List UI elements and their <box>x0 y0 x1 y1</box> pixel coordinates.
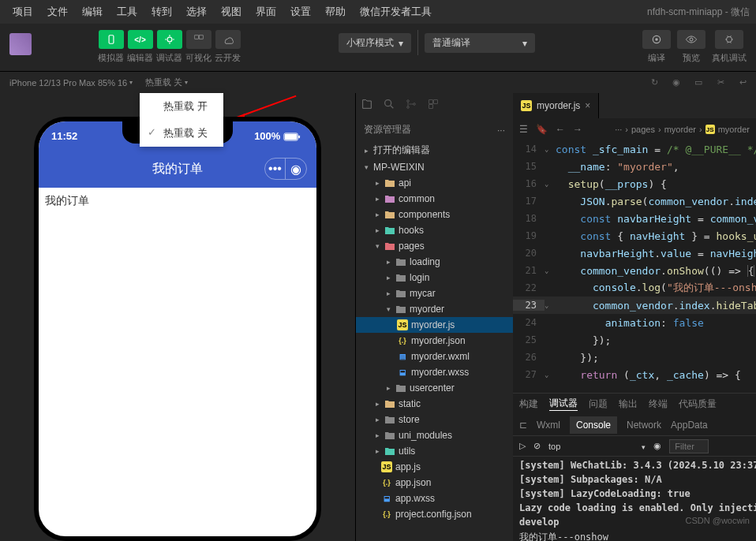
editor-button[interactable]: </> <box>128 30 153 49</box>
refresh-icon[interactable]: ↻ <box>647 76 661 90</box>
context-dropdown[interactable]: top ▾ <box>548 442 646 451</box>
svg-point-5 <box>655 38 658 41</box>
capsule-menu[interactable]: ••• <box>265 159 286 179</box>
tab-quality[interactable]: 代码质量 <box>679 397 717 411</box>
file-myorder-js[interactable]: JSmyorder.js <box>356 317 513 333</box>
cloud-button[interactable] <box>215 30 241 49</box>
preview-button[interactable] <box>677 30 705 49</box>
svg-point-11 <box>385 100 391 106</box>
root-folder[interactable]: ▾MP-WEIXIN <box>356 159 513 175</box>
tab-wxml[interactable]: Wxml <box>537 420 560 431</box>
eye-icon[interactable]: ◉ <box>653 441 661 451</box>
menu-edit[interactable]: 编辑 <box>76 2 109 22</box>
devtools-toggle-icon[interactable]: ⊏ <box>519 420 527 431</box>
record-icon[interactable]: ◉ <box>669 76 683 90</box>
folder-hooks[interactable]: ▸hooks <box>356 222 513 238</box>
user-avatar[interactable] <box>9 33 32 55</box>
nav-back-icon[interactable]: ← <box>556 124 565 135</box>
compile-mode-dropdown[interactable]: 普通编译▾ <box>425 33 535 53</box>
menu-file[interactable]: 文件 <box>41 2 74 22</box>
file-myorder-json[interactable]: {.}myorder.json <box>356 333 513 349</box>
simulator-button[interactable] <box>99 30 124 49</box>
hot-reload-off[interactable]: 热重载 关 <box>140 120 223 147</box>
tab-console[interactable]: Console <box>570 416 617 434</box>
file-app-js[interactable]: JSapp.js <box>356 459 513 475</box>
console-line: [system] Subpackages: N/A <box>519 472 750 487</box>
folder-usercenter[interactable]: ▸usercenter <box>356 380 513 396</box>
hot-reload-on[interactable]: 热重载 开 <box>140 93 223 120</box>
device-selector[interactable]: iPhone 12/13 Pro Max 85% 16▾ <box>6 76 136 89</box>
menu-interface[interactable]: 界面 <box>249 2 283 22</box>
cut-icon[interactable]: ✂ <box>713 76 728 90</box>
close-tab-icon[interactable]: × <box>585 100 590 111</box>
menu-settings[interactable]: 设置 <box>284 2 317 22</box>
ext-tab-icon[interactable] <box>427 98 443 114</box>
collapse-icon[interactable]: ☰ <box>519 124 528 135</box>
tab-terminal[interactable]: 终端 <box>649 397 668 411</box>
explorer-tab-icon[interactable] <box>361 98 376 114</box>
editor-tab-myorder[interactable]: JSmyorder.js× <box>513 93 599 118</box>
file-myorder-wxml[interactable]: ▤myorder.wxml <box>356 349 513 364</box>
file-app-wxss[interactable]: ⬓app.wxss <box>356 491 513 506</box>
folder-api[interactable]: ▸api <box>356 175 513 191</box>
status-time: 11:52 <box>51 130 77 142</box>
folder-login[interactable]: ▸login <box>356 270 513 285</box>
more-icon[interactable]: ··· <box>497 125 505 136</box>
menu-tools[interactable]: 工具 <box>110 2 144 22</box>
console-line: [system] WeChatLib: 3.4.3 (2024.5.10 23:… <box>519 458 750 472</box>
svg-point-12 <box>407 100 410 103</box>
folder-pages[interactable]: ▾pages <box>356 238 513 254</box>
folder-utils[interactable]: ▸utils <box>356 443 513 459</box>
app-header: 我的订单 ••• ◉ <box>39 150 316 188</box>
open-editors-section[interactable]: ▸打开的编辑器 <box>356 141 513 159</box>
console-line: 我的订单---onshow <box>519 529 750 541</box>
tab-build[interactable]: 构建 <box>519 397 538 411</box>
filter-input[interactable] <box>669 439 709 453</box>
menu-wechat-devtools[interactable]: 微信开发者工具 <box>354 2 438 22</box>
search-tab-icon[interactable] <box>383 98 399 114</box>
hot-reload-dropdown[interactable]: 热重载 关▾ <box>142 75 191 90</box>
tab-appdata[interactable]: AppData <box>671 420 708 431</box>
file-project-config[interactable]: {.}project.config.json <box>356 506 513 522</box>
folder-loading[interactable]: ▸loading <box>356 254 513 270</box>
visualize-button[interactable] <box>186 30 211 49</box>
clear-icon[interactable]: ⊘ <box>533 441 541 451</box>
folder-myorder[interactable]: ▾myorder <box>356 301 513 317</box>
svg-rect-15 <box>429 100 433 104</box>
back-arrow-icon[interactable]: ↩ <box>735 76 750 90</box>
capsule-close[interactable]: ◉ <box>286 159 306 179</box>
file-myorder-wxss[interactable]: ⬓myorder.wxss <box>356 364 513 380</box>
menu-project[interactable]: 项目 <box>6 2 39 22</box>
compile-button[interactable] <box>642 30 671 49</box>
folder-static[interactable]: ▸static <box>356 396 513 412</box>
svg-rect-0 <box>109 35 114 44</box>
device-icon[interactable]: ▭ <box>691 76 705 90</box>
breadcrumb[interactable]: ···› pages› myorder› JSmyorder <box>615 125 750 134</box>
svg-rect-2 <box>194 35 198 39</box>
tab-problems[interactable]: 问题 <box>589 397 608 411</box>
tab-debugger[interactable]: 调试器 <box>549 397 578 411</box>
git-tab-icon[interactable] <box>405 98 421 114</box>
menu-view[interactable]: 视图 <box>215 2 248 22</box>
file-app-json[interactable]: {.}app.json <box>356 475 513 491</box>
folder-uni-modules[interactable]: ▸uni_modules <box>356 427 513 443</box>
menu-help[interactable]: 帮助 <box>319 2 352 22</box>
folder-components[interactable]: ▸components <box>356 207 513 222</box>
tab-network[interactable]: Network <box>627 420 661 431</box>
menu-goto[interactable]: 转到 <box>145 2 178 22</box>
tab-output[interactable]: 输出 <box>619 397 638 411</box>
play-icon[interactable]: ▷ <box>519 441 526 451</box>
console-output[interactable]: [system] WeChatLib: 3.4.3 (2024.5.10 23:… <box>513 457 756 541</box>
nav-fwd-icon[interactable]: → <box>573 124 582 135</box>
debugger-button[interactable] <box>157 30 182 49</box>
folder-common[interactable]: ▸common <box>356 191 513 207</box>
folder-store[interactable]: ▸store <box>356 412 513 427</box>
menu-select[interactable]: 选择 <box>180 2 213 22</box>
bookmark-icon[interactable]: 🔖 <box>536 124 548 135</box>
svg-point-13 <box>407 106 410 109</box>
real-debug-button[interactable] <box>715 30 743 49</box>
code-area[interactable]: 14⌄const _sfc_main = /* @__PURE__ */ com… <box>513 140 756 393</box>
program-mode-dropdown[interactable]: 小程序模式▾ <box>339 33 411 53</box>
svg-point-14 <box>414 103 416 106</box>
folder-mycar[interactable]: ▸mycar <box>356 285 513 301</box>
